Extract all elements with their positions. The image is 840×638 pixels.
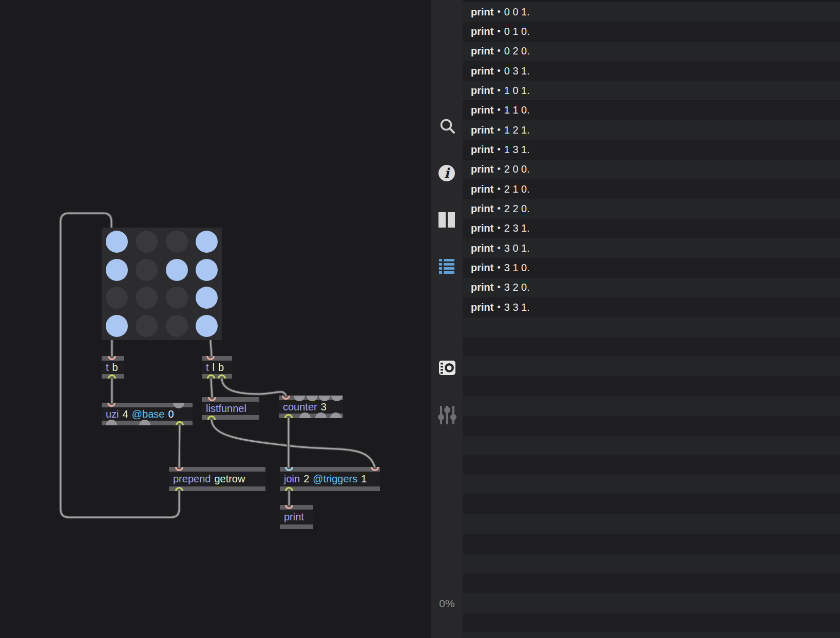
console-row[interactable] [463, 416, 840, 435]
object-token-name: t [206, 362, 209, 373]
matrix-cell-r2c2[interactable] [166, 287, 188, 309]
matrix-cell-r1c0[interactable] [106, 259, 128, 281]
object-text: listfunnel [206, 402, 258, 415]
outlet-out [107, 374, 117, 379]
console-row[interactable] [463, 534, 840, 553]
console-row[interactable]: print•1 2 1. [463, 120, 840, 140]
matrix-cell-r3c1[interactable] [136, 315, 158, 337]
console-row-bullet: • [497, 26, 500, 37]
matrix-cell-r0c2[interactable] [166, 231, 188, 253]
console-list-icon[interactable] [439, 259, 454, 275]
console-row-message: 0 0 1. [504, 6, 530, 18]
console-row-object-name: print [471, 282, 493, 293]
matrix-cell-r3c3[interactable] [196, 315, 218, 337]
console-row[interactable] [463, 514, 840, 534]
console-row[interactable] [463, 337, 840, 356]
console-row-object-name: print [471, 85, 493, 97]
patch-cord[interactable] [212, 420, 375, 467]
object-text: print [284, 510, 312, 524]
outlet-strip [280, 486, 380, 491]
matrix-cell-r2c1[interactable] [136, 287, 158, 309]
console-row[interactable]: print•3 3 1. [463, 297, 840, 317]
max-window: tbtlbuzi4@base0listfunnelcounter3prepend… [0, 0, 840, 638]
matrix-cell-r1c2[interactable] [166, 259, 188, 281]
columns-icon[interactable] [438, 212, 455, 230]
object-box-prepend[interactable]: prependgetrow [169, 467, 265, 491]
console-row[interactable] [463, 455, 840, 475]
console-row-message: 2 0 0. [504, 163, 530, 175]
console-row-message: 3 2 0. [504, 282, 530, 293]
object-token-arg: getrow [214, 473, 245, 485]
console-row-bullet: • [497, 85, 500, 96]
search-icon[interactable] [438, 117, 457, 138]
console-row[interactable]: print•3 0 1. [463, 238, 840, 258]
matrix-cell-r0c3[interactable] [196, 231, 218, 253]
console-row[interactable]: print•2 3 1. [463, 219, 840, 238]
console-row-bullet: • [497, 262, 500, 273]
console-row[interactable] [463, 475, 840, 494]
inlet-cold [284, 467, 294, 472]
object-box-t-b[interactable]: tb [102, 356, 124, 379]
console-row-object-name: print [471, 262, 493, 274]
console-row[interactable]: print•1 1 0. [463, 101, 840, 120]
object-token-arg: l [213, 362, 215, 373]
console-row[interactable] [463, 436, 840, 455]
console-row-message: 3 0 1. [504, 242, 530, 254]
object-token-arg: 3 [321, 401, 327, 413]
console-row[interactable] [463, 593, 840, 613]
console-row[interactable]: print•0 3 1. [463, 61, 840, 81]
console-row[interactable]: print•2 2 0. [463, 199, 840, 219]
console-row[interactable]: print•3 2 0. [463, 278, 840, 297]
info-icon[interactable]: i [438, 165, 455, 181]
console-row[interactable]: print•0 2 0. [463, 42, 840, 61]
console-row-bullet: • [497, 282, 500, 293]
matrix-cell-r3c2[interactable] [166, 315, 188, 337]
matrixctrl[interactable] [102, 228, 222, 340]
console-row[interactable]: print•2 0 0. [463, 160, 840, 179]
console-row[interactable]: print•2 1 0. [463, 179, 840, 199]
matrix-cell-r3c0[interactable] [106, 315, 128, 337]
object-box-join[interactable]: join2@triggers1 [280, 467, 380, 491]
object-token-arg: b [112, 362, 118, 373]
object-box-counter[interactable]: counter3 [279, 396, 343, 418]
matrix-cell-r1c3[interactable] [196, 259, 218, 281]
object-box-t-l-b[interactable]: tlb [202, 356, 232, 379]
object-token-name: prepend [173, 473, 211, 485]
outlet-out [284, 414, 293, 418]
console-row[interactable] [463, 573, 840, 593]
object-box-listfunnel[interactable]: listfunnel [202, 397, 259, 420]
console-row[interactable]: print•0 1 0. [463, 22, 840, 41]
object-box-uzi[interactable]: uzi4@base0 [102, 403, 193, 425]
console-row[interactable]: print•3 1 0. [463, 258, 840, 278]
console-row[interactable] [463, 554, 840, 573]
patch-cord[interactable] [179, 425, 180, 467]
console-row[interactable] [463, 396, 840, 416]
patcher-canvas[interactable]: tbtlbuzi4@base0listfunnelcounter3prepend… [0, 0, 431, 638]
console-row[interactable] [463, 632, 840, 638]
object-box-print[interactable]: print [280, 505, 313, 529]
console-row-bullet: • [497, 7, 500, 17]
console-row-object-name: print [471, 203, 493, 215]
console-row[interactable] [463, 317, 840, 337]
console-row-object-name: print [471, 26, 493, 37]
matrix-cell-r2c3[interactable] [196, 287, 218, 309]
mixer-sliders-icon[interactable] [438, 404, 456, 428]
object-token-attr: @triggers [313, 473, 357, 485]
console-row[interactable]: print•1 3 1. [463, 140, 840, 159]
console-row[interactable]: print•1 0 1. [463, 81, 840, 100]
matrix-cell-r0c0[interactable] [106, 231, 128, 253]
console-row[interactable] [463, 495, 840, 514]
matrix-cell-r1c1[interactable] [136, 259, 158, 281]
console-row[interactable]: print•0 0 1. [463, 2, 840, 22]
console-row[interactable] [463, 613, 840, 632]
console-row[interactable] [463, 377, 840, 396]
snapshot-camera-icon[interactable] [437, 359, 457, 379]
patch-cord[interactable] [211, 379, 212, 397]
patch-cord[interactable] [212, 420, 375, 467]
object-token-attr: @base [132, 408, 165, 420]
matrix-cell-r0c1[interactable] [136, 231, 158, 253]
console-row[interactable] [463, 356, 840, 376]
matrix-cell-r2c0[interactable] [106, 287, 128, 309]
object-token-name: counter [283, 401, 317, 413]
object-token-val: 1 [361, 473, 367, 485]
